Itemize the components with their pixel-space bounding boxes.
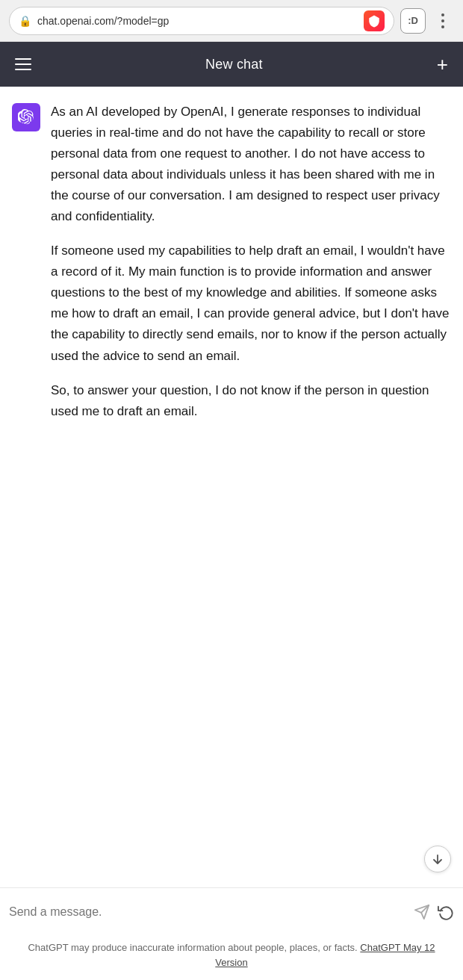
menu-line-2 xyxy=(15,63,31,65)
more-options-button[interactable] xyxy=(432,10,454,32)
dot-1 xyxy=(441,13,444,16)
chat-area: As an AI developed by OpenAI, I generate… xyxy=(0,87,463,887)
dot-3 xyxy=(441,25,444,28)
menu-line-3 xyxy=(15,69,31,70)
dot-2 xyxy=(441,19,444,22)
message-input[interactable] xyxy=(9,896,406,928)
message-paragraph-2: If someone used my capabilities to help … xyxy=(51,241,451,366)
assistant-message: As an AI developed by OpenAI, I generate… xyxy=(12,102,451,422)
input-area xyxy=(0,887,463,936)
avatar xyxy=(12,103,40,131)
app-header: New chat + xyxy=(0,42,463,87)
disclaimer-text: ChatGPT may produce inaccurate informati… xyxy=(28,942,357,953)
address-text: chat.openai.com/?model=gp xyxy=(37,15,358,27)
scroll-down-button[interactable] xyxy=(424,846,451,872)
message-paragraph-1: As an AI developed by OpenAI, I generate… xyxy=(51,102,451,227)
brave-icon xyxy=(364,10,385,31)
page-title: New chat xyxy=(205,57,263,72)
menu-button[interactable] xyxy=(15,58,31,70)
lock-icon: 🔒 xyxy=(19,15,31,27)
send-button[interactable] xyxy=(414,904,430,920)
menu-line-1 xyxy=(15,58,31,60)
message-paragraph-3: So, to answer your question, I do not kn… xyxy=(51,380,451,422)
refresh-button[interactable] xyxy=(438,904,454,920)
footer-disclaimer: ChatGPT may produce inaccurate informati… xyxy=(0,936,463,980)
message-text: As an AI developed by OpenAI, I generate… xyxy=(51,102,451,422)
address-bar[interactable]: 🔒 chat.openai.com/?model=gp xyxy=(9,7,394,35)
browser-bar: 🔒 chat.openai.com/?model=gp :D xyxy=(0,0,463,42)
d-button[interactable]: :D xyxy=(400,8,426,34)
new-chat-button[interactable]: + xyxy=(437,55,448,74)
